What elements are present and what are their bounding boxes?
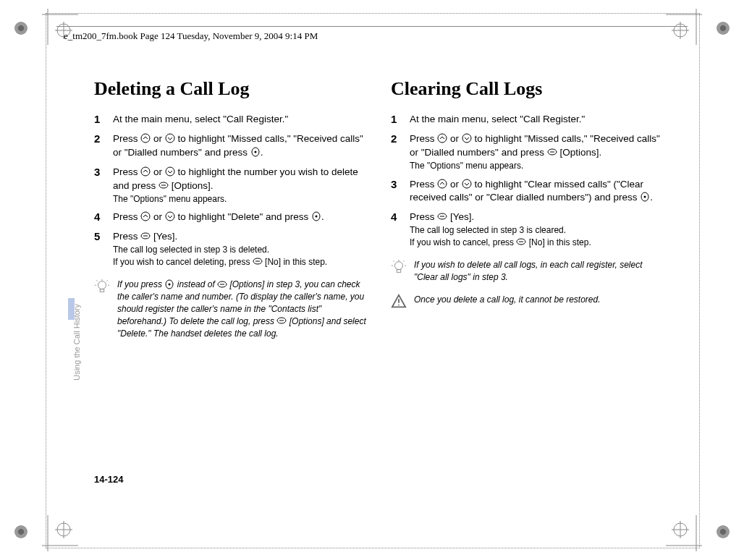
step-number: 1	[391, 113, 410, 127]
text: .	[321, 211, 324, 222]
note-text: Once you delete a call log, it cannot be…	[414, 294, 601, 310]
down-key-icon	[165, 166, 175, 179]
text: Press	[113, 211, 140, 222]
step: 1 At the main menu, select "Call Registe…	[391, 113, 666, 127]
lightbulb-icon	[94, 279, 110, 294]
down-key-icon	[462, 132, 472, 146]
center-key-icon	[640, 191, 650, 205]
up-key-icon	[140, 211, 151, 224]
note-text: If you wish to delete all call logs, in …	[414, 259, 666, 284]
softkey-icon	[253, 256, 263, 268]
step-body: Press [Yes]. The call log selected in st…	[113, 230, 369, 268]
svg-line-66	[393, 261, 394, 262]
svg-point-69	[398, 304, 400, 305]
step-body: At the main menu, select "Call Register.…	[113, 113, 369, 127]
step: 3 Press or to highlight "Clear missed ca…	[391, 178, 666, 205]
text: to highlight "Delete" and press	[175, 211, 311, 222]
down-key-icon	[165, 211, 175, 224]
step-subtext: The "Options" menu appears.	[410, 160, 666, 172]
crop-circle	[14, 22, 28, 35]
text: .	[650, 192, 653, 203]
text: Press	[410, 133, 437, 144]
text: or	[151, 211, 165, 222]
text: instead of	[174, 279, 217, 289]
svg-point-44	[169, 283, 171, 285]
note-text: If you press instead of [Options] in ste…	[117, 279, 369, 340]
svg-point-61	[395, 262, 403, 270]
step: 4 Press or to highlight "Delete" and pre…	[94, 211, 369, 224]
svg-rect-37	[100, 289, 104, 292]
step: 5 Press [Yes]. The call log selected in …	[94, 230, 369, 268]
up-key-icon	[437, 178, 447, 192]
text: Press	[113, 133, 140, 144]
step-number: 4	[391, 211, 410, 249]
up-key-icon	[140, 132, 151, 146]
softkey-icon	[547, 146, 557, 160]
text: [Yes].	[151, 231, 177, 242]
text: or	[447, 133, 462, 144]
svg-point-21	[166, 134, 174, 143]
caution-note: Once you delete a call log, it cannot be…	[391, 294, 666, 310]
svg-point-49	[438, 134, 447, 143]
text: If you press	[117, 279, 164, 289]
softkey-icon	[158, 179, 169, 193]
caution-icon	[391, 294, 407, 310]
svg-point-50	[462, 134, 471, 143]
step-number: 3	[391, 178, 410, 205]
step-subtext: The "Options" menu appears.	[113, 193, 369, 205]
step-body: Press or to highlight "Delete" and press…	[113, 211, 369, 224]
step-number: 1	[94, 113, 113, 127]
svg-point-31	[315, 216, 317, 218]
step-number: 5	[94, 230, 113, 268]
step-body: Press [Yes]. The call log selected in st…	[410, 211, 666, 249]
svg-point-20	[141, 134, 150, 143]
svg-line-41	[96, 280, 97, 281]
header-rule	[56, 26, 688, 27]
svg-point-36	[98, 281, 106, 289]
step-number: 2	[391, 132, 410, 172]
text: or	[447, 179, 462, 190]
step-body: Press or to highlight "Missed calls," "R…	[113, 132, 369, 160]
step-subtext: The call log selected in step 3 is delet…	[113, 244, 369, 256]
crop-circle	[716, 22, 730, 35]
text: or	[151, 166, 165, 177]
step-body: Press or to highlight the number you wis…	[113, 166, 369, 205]
steps-left: 1 At the main menu, select "Call Registe…	[94, 113, 369, 268]
step-number: 2	[94, 132, 113, 160]
up-key-icon	[437, 132, 447, 146]
section-title-right: Clearing Call Logs	[391, 78, 666, 100]
text: Press	[410, 179, 437, 190]
step-subtext: The call log selected in step 3 is clear…	[410, 224, 666, 237]
text: [No] in this step.	[263, 257, 327, 267]
text: .	[261, 147, 263, 158]
text: If you wish to cancel deleting, press	[113, 257, 253, 267]
svg-point-29	[166, 212, 174, 221]
step: 4 Press [Yes]. The call log selected in …	[391, 211, 666, 249]
left-column: Deleting a Call Log 1 At the main menu, …	[94, 78, 369, 340]
step-subtext: If you wish to cancel deleting, press [N…	[113, 256, 369, 268]
text: Press	[113, 166, 140, 177]
step-number: 3	[94, 166, 113, 205]
step: 2 Press or to highlight "Missed calls," …	[94, 132, 369, 160]
step-body: Press or to highlight "Clear missed call…	[410, 178, 666, 205]
svg-point-53	[438, 179, 447, 188]
steps-right: 1 At the main menu, select "Call Registe…	[391, 113, 666, 249]
text: Press	[113, 231, 140, 242]
step-subtext: If you wish to cancel, press [No] in thi…	[410, 237, 666, 249]
svg-point-23	[254, 150, 256, 153]
content-area: Deleting a Call Log 1 At the main menu, …	[94, 78, 673, 340]
step-number: 4	[94, 211, 113, 224]
down-key-icon	[462, 178, 472, 192]
text: [Options].	[169, 180, 214, 191]
side-section-label: Using the Call History	[72, 304, 81, 381]
step: 1 At the main menu, select "Call Registe…	[94, 113, 369, 127]
svg-point-24	[141, 167, 150, 176]
softkey-icon	[217, 279, 227, 292]
svg-rect-62	[397, 270, 401, 273]
step: 2 Press or to highlight "Missed calls," …	[391, 132, 666, 172]
softkey-icon	[516, 237, 526, 249]
page-number: 14-124	[94, 474, 123, 485]
text: Press	[410, 211, 437, 222]
svg-point-54	[462, 179, 471, 188]
center-key-icon	[250, 146, 261, 160]
